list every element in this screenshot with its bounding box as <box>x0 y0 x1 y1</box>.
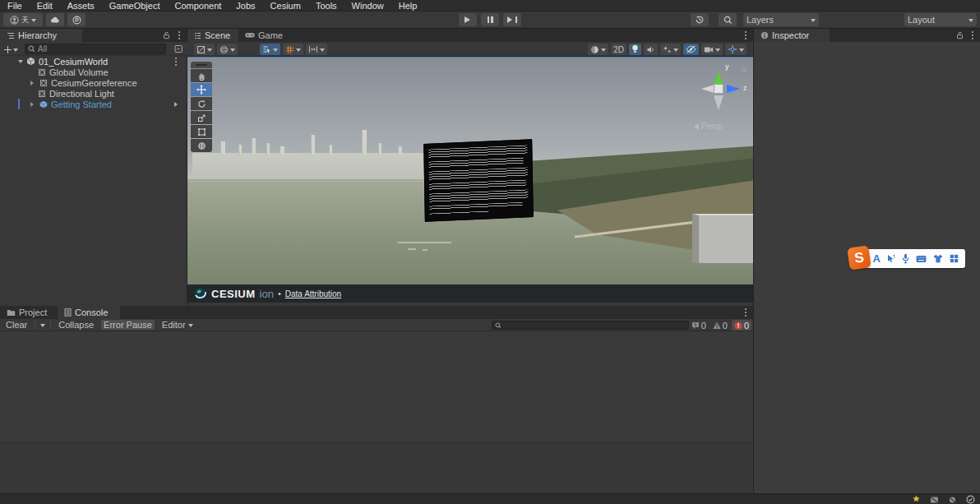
shirt-button[interactable] <box>933 254 943 263</box>
expander-icon[interactable] <box>30 81 36 86</box>
cursor-highlight-button[interactable] <box>887 254 895 264</box>
scene-menu-icon[interactable] <box>175 61 177 62</box>
expander-icon[interactable] <box>18 60 23 66</box>
tree-row-directional-light[interactable]: Directional Light <box>0 88 187 99</box>
effects-dropdown[interactable] <box>660 44 681 55</box>
rect-tool-button[interactable] <box>191 125 212 138</box>
lock-icon[interactable] <box>956 31 964 39</box>
game-tab-label: Game <box>258 30 283 40</box>
lighting-toggle[interactable] <box>629 44 641 55</box>
transform-tool-button[interactable] <box>191 139 212 152</box>
draw-mode-dropdown[interactable] <box>588 44 608 55</box>
menu-gameobject[interactable]: GameObject <box>102 0 168 12</box>
tree-row-getting-started[interactable]: Getting Started <box>0 99 187 109</box>
gameobject-icon <box>38 90 46 98</box>
info-count-toggle[interactable]: 0 <box>689 320 709 331</box>
menu-component[interactable]: Component <box>167 0 229 12</box>
lock-icon[interactable] <box>163 31 170 39</box>
tab-hierarchy[interactable]: Hierarchy <box>0 29 82 42</box>
tree-row-global-volume[interactable]: Global Volume <box>0 67 187 77</box>
console-search-input[interactable] <box>502 321 686 330</box>
layout-dropdown[interactable]: Layout <box>904 13 977 26</box>
hand-tool-button[interactable] <box>191 69 212 82</box>
code-coverage-icon[interactable] <box>948 496 957 504</box>
cloud-services-button[interactable] <box>46 13 64 26</box>
axis-x-cone[interactable] <box>697 85 714 93</box>
tab-game[interactable]: Game <box>238 29 289 42</box>
rotate-tool-button[interactable] <box>191 97 212 110</box>
panel-menu-icon[interactable] <box>745 35 747 36</box>
tab-scene[interactable]: Scene <box>187 29 238 42</box>
step-button[interactable] <box>503 13 521 26</box>
panel-menu-icon[interactable] <box>745 312 747 313</box>
apps-grid-button[interactable] <box>950 254 959 263</box>
play-controls <box>459 13 521 26</box>
account-button[interactable]: 天 <box>3 13 43 26</box>
menu-tools[interactable]: Tools <box>308 0 344 12</box>
audio-toggle[interactable] <box>644 44 658 55</box>
tree-row-cesium-georeference[interactable]: CesiumGeoreference <box>0 77 187 88</box>
recorder-logo[interactable]: S <box>847 245 871 270</box>
menu-window[interactable]: Window <box>344 0 391 12</box>
warning-count-toggle[interactable]: 0 <box>710 320 730 331</box>
global-search-button[interactable] <box>719 13 737 26</box>
axis-z-cone[interactable] <box>727 85 744 93</box>
activity-progress-icon[interactable] <box>966 495 975 504</box>
gizmo-center-cube[interactable] <box>714 84 723 94</box>
error-count-toggle[interactable]: 0 <box>732 320 751 331</box>
tab-project[interactable]: Project <box>0 306 58 319</box>
pivot-dropdown[interactable] <box>217 44 238 55</box>
grid-snapping-dropdown[interactable] <box>283 44 303 55</box>
prefab-open-chevron-icon[interactable] <box>174 102 180 107</box>
microphone-button[interactable] <box>902 253 909 264</box>
2d-toggle[interactable]: 2D <box>611 44 626 55</box>
collapse-toggle[interactable]: Collapse <box>56 320 96 330</box>
tool-settings-dropdown[interactable] <box>194 44 215 55</box>
clear-dropdown-icon[interactable] <box>40 324 45 330</box>
panel-menu-icon[interactable] <box>178 35 180 36</box>
chevron-down-icon <box>739 49 744 54</box>
keyboard-button[interactable] <box>916 255 927 263</box>
notification-icon[interactable] <box>912 495 921 504</box>
building <box>266 143 270 155</box>
undo-history-button[interactable] <box>691 13 709 26</box>
menu-edit[interactable]: Edit <box>30 0 60 12</box>
data-attribution-link[interactable]: Data Attribution <box>285 289 341 298</box>
console-search[interactable] <box>492 321 689 330</box>
hierarchy-search[interactable] <box>25 44 166 54</box>
move-tool-button[interactable] <box>191 83 212 96</box>
snap-increment-dropdown[interactable] <box>306 44 327 55</box>
gizmos-dropdown[interactable] <box>725 44 747 55</box>
overlay-drag-handle[interactable] <box>191 62 212 68</box>
clear-button[interactable]: Clear <box>3 320 30 330</box>
cache-server-icon[interactable] <box>930 496 939 504</box>
tab-console[interactable]: Console <box>58 306 120 319</box>
menu-jobs[interactable]: Jobs <box>229 0 262 12</box>
error-pause-toggle[interactable]: Error Pause <box>101 320 155 330</box>
projection-label[interactable]: Persp <box>691 122 723 131</box>
layers-dropdown[interactable]: Layers <box>743 13 819 26</box>
axis-neg-y-cone[interactable] <box>714 95 723 115</box>
pause-button[interactable] <box>481 13 499 26</box>
editor-dropdown[interactable]: Editor <box>159 320 196 330</box>
camera-dropdown[interactable] <box>701 44 723 55</box>
create-object-button[interactable] <box>4 45 18 54</box>
menu-cesium[interactable]: Cesium <box>263 0 308 12</box>
tab-inspector[interactable]: Inspector <box>754 29 830 42</box>
scale-tool-button[interactable] <box>191 111 212 124</box>
menu-assets[interactable]: Assets <box>60 0 102 12</box>
gameobject-icon <box>38 68 46 76</box>
scene-viewport[interactable]: y z Persp CESIUM ion • Data Attribution <box>187 57 753 303</box>
selection-outline-toggle[interactable] <box>260 44 280 55</box>
menu-help[interactable]: Help <box>391 0 425 12</box>
panel-menu-icon[interactable] <box>972 35 973 36</box>
version-control-button[interactable] <box>67 13 86 26</box>
scene-picking-icon[interactable] <box>174 44 183 53</box>
text-tool-button[interactable]: A <box>873 252 881 265</box>
scene-visibility-toggle[interactable] <box>683 44 699 55</box>
menu-file[interactable]: File <box>0 0 30 12</box>
expander-icon[interactable] <box>30 102 36 107</box>
tree-row-scene[interactable]: 01_CesiumWorld <box>0 56 187 67</box>
hierarchy-search-input[interactable] <box>38 44 163 53</box>
play-button[interactable] <box>459 13 477 26</box>
